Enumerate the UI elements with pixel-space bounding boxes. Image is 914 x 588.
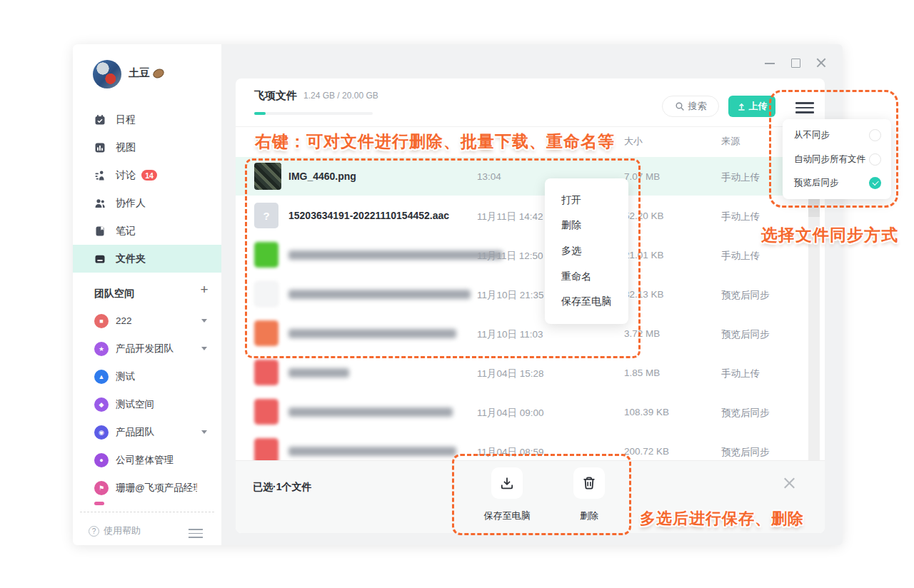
discussion-icon	[94, 170, 106, 181]
file-source: 预览后同步	[721, 328, 770, 341]
team-item-product-team[interactable]: ◉ 产品团队	[73, 418, 221, 446]
team-avatar: ★	[94, 342, 109, 356]
column-header-name: 文件名	[254, 135, 282, 148]
menu-item-multiselect[interactable]: 多选	[545, 245, 628, 258]
team-label: 222	[116, 315, 197, 326]
save-to-computer-label: 保存至电脑	[478, 510, 536, 522]
sidebar-item-label: 笔记	[116, 225, 136, 238]
radio-unchecked-icon[interactable]	[869, 153, 881, 166]
add-team-button[interactable]: +	[196, 281, 213, 298]
table-row[interactable]: 11月04日 15:28 1.85 MB 手动上传	[236, 353, 825, 392]
menu-item-delete[interactable]: 删除	[545, 219, 628, 232]
sidebar-item-label: 协作人	[116, 197, 146, 210]
maximize-icon[interactable]	[790, 57, 801, 69]
chevron-down-icon[interactable]	[201, 430, 207, 434]
team-item-partial	[94, 502, 104, 505]
close-window-icon[interactable]	[815, 57, 827, 69]
search-label: 搜索	[688, 100, 707, 113]
sidebar-item-label: 视图	[116, 141, 136, 154]
file-source: 手动上传	[721, 211, 760, 223]
menu-item-open[interactable]: 打开	[545, 194, 628, 207]
team-item-222[interactable]: ■ 222	[73, 307, 221, 335]
username-text: 土豆	[129, 66, 150, 80]
radio-unchecked-icon[interactable]	[869, 129, 881, 141]
team-item-test[interactable]: ▲ 测试	[73, 363, 221, 390]
calendar-icon	[94, 114, 106, 126]
sidebar-item-schedule[interactable]: 日程	[73, 106, 221, 133]
file-size: 21.01 KB	[624, 250, 664, 260]
table-row[interactable]: ? 15203634191-20221110154452.aac 11月11日 …	[236, 196, 825, 235]
context-menu: 打开 删除 多选 重命名 保存至电脑	[545, 178, 628, 324]
pdf-file-icon	[254, 360, 278, 385]
team-item-shanshan[interactable]: ⚑ 珊珊@飞项产品经理的...	[73, 474, 221, 502]
sidebar-item-folders[interactable]: 文件夹	[73, 245, 221, 273]
presentation-file-icon	[254, 320, 278, 346]
table-row[interactable]: 11月10日 21:35 32.13 KB 预览后同步	[236, 275, 825, 313]
team-item-test-space[interactable]: ◆ 测试空间	[73, 390, 221, 418]
file-size: 3.72 MB	[624, 328, 660, 339]
file-size: 32.13 KB	[624, 289, 664, 300]
chart-icon	[94, 142, 106, 153]
menu-item-save-to-computer[interactable]: 保存至电脑	[545, 295, 628, 308]
team-avatar: ◆	[94, 397, 109, 412]
chevron-down-icon[interactable]	[201, 347, 207, 350]
storage-progress-fill	[254, 112, 266, 115]
team-label: 产品开发团队	[116, 343, 197, 355]
upload-icon	[737, 102, 746, 111]
upload-button[interactable]: 上传	[728, 96, 775, 117]
team-label: 产品团队	[116, 426, 197, 439]
divider	[80, 512, 214, 512]
file-size: 200.72 KB	[624, 446, 669, 457]
trash-icon	[581, 475, 597, 491]
window-controls	[764, 57, 827, 69]
file-date: 11月04日 08:59	[477, 446, 544, 459]
blurred-filename	[288, 447, 456, 456]
minimize-icon[interactable]	[764, 57, 775, 69]
check-circle-icon[interactable]	[869, 177, 881, 189]
avatar[interactable]	[93, 60, 121, 88]
sidebar-item-label: 讨论	[116, 169, 136, 182]
sync-option-label: 自动同步所有文件	[794, 153, 865, 166]
sidebar-item-views[interactable]: 视图	[73, 133, 221, 161]
chevron-down-icon[interactable]	[201, 319, 207, 323]
file-icon	[254, 281, 278, 307]
close-selection-icon[interactable]	[783, 477, 795, 490]
file-name: IMG_4460.png	[288, 171, 356, 182]
file-size: 108.39 KB	[624, 407, 669, 417]
team-label: 测试空间	[116, 398, 197, 411]
team-item-company-mgmt[interactable]: ● 公司整体管理	[73, 446, 221, 474]
sidebar-item-notes[interactable]: 笔记	[73, 217, 221, 245]
file-source: 手动上传	[721, 250, 760, 263]
save-to-computer-button[interactable]	[491, 467, 523, 499]
sync-settings-menu-icon[interactable]	[795, 99, 814, 116]
help-button[interactable]: ? 使用帮助	[89, 524, 141, 537]
file-source: 手动上传	[721, 171, 760, 184]
table-row[interactable]: 11月11日 12:50 21.01 KB 手动上传	[236, 235, 825, 274]
unknown-file-icon: ?	[254, 203, 278, 228]
sidebar-item-discussion[interactable]: 讨论 14	[73, 161, 221, 189]
table-row[interactable]: IMG_4460.png 13:04 7.07 MB 手动上传	[236, 157, 825, 196]
help-label: 使用帮助	[104, 524, 141, 537]
people-icon	[94, 198, 106, 209]
sync-option-never[interactable]: 从不同步	[783, 125, 891, 146]
search-icon	[675, 101, 685, 111]
team-avatar: ▲	[94, 370, 109, 384]
search-button[interactable]: 搜索	[662, 96, 719, 117]
folder-icon	[94, 253, 106, 265]
selection-status: 已选·1个文件	[253, 481, 311, 494]
team-avatar: ■	[94, 314, 109, 328]
table-row[interactable]: 11月04日 09:00 108.39 KB 预览后同步	[236, 392, 825, 431]
sidebar-item-label: 日程	[116, 113, 136, 126]
team-item-product-dev[interactable]: ★ 产品开发团队	[73, 335, 221, 363]
sidebar-menu-icon[interactable]	[189, 527, 203, 540]
blurred-filename	[288, 250, 503, 260]
sync-option-after-preview[interactable]: 预览后同步	[783, 173, 891, 194]
table-row[interactable]: 11月10日 11:03 3.72 MB 预览后同步	[236, 314, 825, 353]
sync-option-auto-all[interactable]: 自动同步所有文件	[783, 148, 891, 170]
file-source: 预览后同步	[721, 446, 770, 459]
team-avatar: ◉	[94, 425, 109, 440]
menu-item-rename[interactable]: 重命名	[545, 270, 628, 283]
sidebar-item-collaborators[interactable]: 协作人	[73, 189, 221, 217]
delete-button[interactable]	[573, 467, 605, 499]
blurred-filename	[288, 290, 471, 299]
